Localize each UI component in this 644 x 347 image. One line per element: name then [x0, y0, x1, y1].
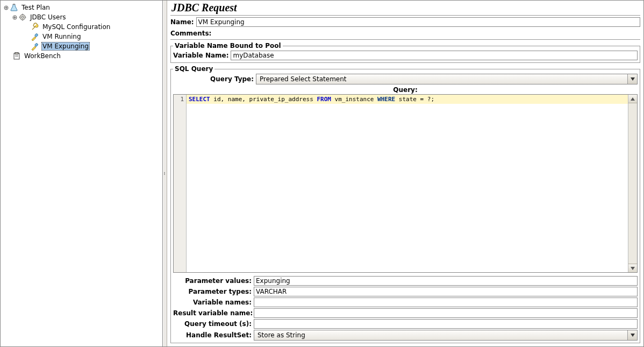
chevron-down-icon[interactable] — [627, 74, 637, 84]
sql-legend: SQL Query — [173, 65, 214, 73]
param-types-label: Parameter types: — [173, 288, 254, 295]
tree-node-mysql-config[interactable]: MySQL Configuration — [3, 22, 160, 32]
tree-label: MySQL Configuration — [41, 23, 111, 31]
comments-label: Comments: — [170, 30, 213, 37]
line-number: 1 — [174, 96, 184, 103]
result-var-field[interactable] — [254, 308, 638, 318]
query-type-select[interactable]: Prepared Select Statement — [256, 74, 638, 84]
tree-node-jdbc-users[interactable]: JDBC Users — [3, 12, 160, 22]
query-type-value: Prepared Select Statement — [256, 74, 627, 84]
wrench-icon — [31, 23, 39, 31]
handle-resultset-value: Store as String — [254, 330, 627, 340]
page-title: JDBC Request — [170, 2, 640, 16]
editor-text[interactable]: SELECT id, name, private_ip_address FROM… — [187, 95, 628, 272]
tree-label: Test Plan — [20, 4, 51, 11]
scroll-track[interactable] — [628, 103, 637, 264]
varname-field[interactable] — [231, 51, 638, 60]
param-values-field[interactable] — [254, 276, 638, 286]
var-names-field[interactable] — [254, 298, 638, 307]
tree-node-vm-running[interactable]: VM Running — [3, 32, 160, 41]
pool-legend: Variable Name Bound to Pool — [173, 42, 283, 49]
varname-label: Variable Name: — [173, 52, 228, 59]
tree-node-workbench[interactable]: WorkBench — [3, 51, 160, 61]
tree-label: JDBC Users — [29, 13, 67, 21]
flask-icon — [10, 3, 18, 12]
dropper-icon — [31, 32, 39, 41]
chevron-down-icon[interactable] — [627, 330, 637, 340]
editor-gutter: 1 — [174, 95, 187, 272]
split-handle[interactable] — [163, 1, 167, 346]
handle-resultset-label: Handle ResultSet: — [173, 331, 254, 339]
query-timeout-field[interactable] — [254, 319, 638, 329]
comments-field[interactable] — [213, 29, 640, 38]
param-types-field[interactable] — [254, 287, 638, 296]
svg-rect-3 — [13, 4, 15, 5]
svg-point-8 — [22, 16, 24, 18]
editor-scrollbar[interactable] — [628, 95, 637, 272]
name-label: Name: — [170, 18, 196, 26]
var-names-label: Variable names: — [173, 299, 254, 306]
result-var-label: Result variable name: — [173, 309, 254, 317]
svg-rect-16 — [15, 53, 18, 54]
tree-label: WorkBench — [23, 52, 62, 60]
handle-resultset-select[interactable]: Store as String — [254, 330, 638, 341]
gear-icon — [18, 13, 27, 22]
form-panel: JDBC Request Name: Comments: Variable Na… — [167, 1, 643, 346]
tree-toggle-icon[interactable] — [4, 5, 9, 10]
dropper-icon — [31, 42, 39, 51]
param-values-label: Parameter values: — [173, 277, 254, 285]
sql-fieldset: SQL Query Query Type: Prepared Select St… — [170, 65, 640, 343]
tree-node-vm-expunging[interactable]: VM Expunging — [3, 41, 160, 51]
pool-fieldset: Variable Name Bound to Pool Variable Nam… — [170, 42, 640, 63]
tree-toggle-icon[interactable] — [12, 15, 17, 20]
clipboard-icon — [12, 52, 21, 60]
query-type-label: Query Type: — [173, 75, 254, 83]
sql-editor[interactable]: 1 SELECT id, name, private_ip_address FR… — [173, 94, 638, 273]
scroll-up-icon[interactable] — [628, 95, 637, 103]
svg-rect-13 — [34, 33, 38, 37]
tree-label-selected: VM Expunging — [41, 42, 90, 51]
tree-label: VM Running — [41, 33, 82, 40]
name-field[interactable] — [196, 17, 640, 27]
tree-panel: Test Plan JDBC Users MySQL Configuration… — [1, 1, 163, 346]
svg-rect-14 — [34, 43, 38, 46]
tree-node-test-plan[interactable]: Test Plan — [3, 3, 160, 12]
query-label: Query: — [173, 86, 638, 94]
scroll-down-icon[interactable] — [628, 264, 637, 272]
query-timeout-label: Query timeout (s): — [173, 320, 254, 328]
